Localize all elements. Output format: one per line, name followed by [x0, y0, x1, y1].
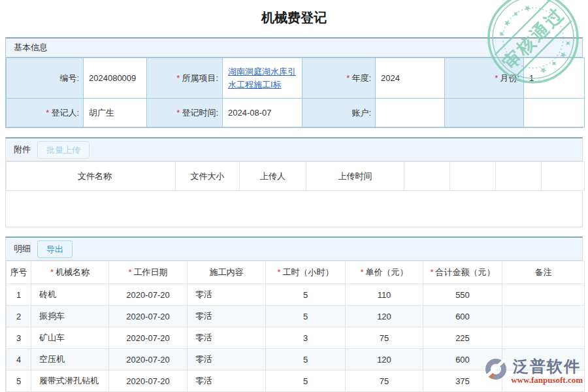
required-marker: *: [346, 73, 350, 83]
cell-work-content: 零活: [188, 370, 266, 392]
required-marker: *: [46, 108, 49, 118]
cell-machine-name: 矿山车: [31, 327, 109, 349]
cell-work-date: 2020-07-20: [109, 284, 188, 306]
col-empty: [496, 162, 542, 191]
field-value-project: 湖南洞庭湖水库引水工程施工I标: [223, 58, 302, 99]
machinery-fee-registration-page: 机械费登记 基本信息 编号: 2024080009 *所属项目: 湖南洞庭湖水库…: [0, 0, 588, 392]
cell-hours: 5: [266, 306, 346, 327]
field-label-account: 账户:: [302, 99, 376, 127]
required-marker: *: [360, 267, 363, 277]
cell-machine-name: 空压机: [31, 349, 109, 370]
cell-unit-price: 75: [346, 327, 423, 349]
field-label-year: *年度:: [302, 58, 376, 99]
cell-unit-price: 120: [346, 306, 423, 327]
field-label-project: *所属项目:: [147, 58, 223, 99]
cell-total-amount: 225: [423, 327, 502, 349]
attachments-header: 附件 批量上传: [6, 139, 582, 161]
required-marker: *: [430, 267, 433, 277]
cell-hours: 3: [266, 327, 346, 349]
col-hours: *工时（小时）: [266, 261, 346, 284]
form-row-2: *登记人: 胡广生 *登记时间: 2024-08-07 账户:: [7, 99, 585, 127]
cell-hours: 5: [266, 349, 346, 370]
cell-work-date: 2020-07-20: [109, 370, 188, 392]
cell-seq: 2: [7, 306, 31, 327]
col-machine-name: *机械名称: [31, 261, 109, 284]
table-row: 2 振捣车 2020-07-20 零活 5 120 600: [7, 306, 585, 327]
batch-upload-button[interactable]: 批量上传: [37, 141, 90, 159]
col-file-name: 文件名称: [7, 162, 176, 191]
field-value-year: 2024: [376, 58, 445, 99]
cell-total-amount: 550: [423, 284, 502, 306]
basic-info-panel: 基本信息 编号: 2024080009 *所属项目: 湖南洞庭湖水库引水工程施工…: [5, 37, 583, 128]
field-label-registrant: *登记人:: [7, 99, 84, 127]
col-empty: [450, 162, 496, 191]
cell-unit-price: 120: [346, 349, 423, 370]
cell-work-date: 2020-07-20: [109, 327, 188, 349]
required-marker: *: [50, 267, 54, 277]
cell-work-date: 2020-07-20: [109, 306, 188, 327]
cell-hours: 5: [266, 284, 346, 306]
cell-remarks: [502, 327, 585, 349]
col-upload-time: 上传时间: [306, 162, 404, 191]
required-marker: *: [495, 73, 498, 83]
fanpu-logo-icon: [483, 358, 508, 383]
cell-seq: 5: [7, 370, 31, 392]
table-row: 3 矿山车 2020-07-20 零活 3 75 225: [7, 327, 585, 349]
fanpu-logo-texts: 泛普软件 www.fanpusoft.com: [511, 358, 583, 385]
field-label-month: *月份:: [445, 58, 524, 99]
cell-seq: 4: [7, 349, 31, 370]
required-marker: *: [128, 267, 131, 277]
project-link[interactable]: 湖南洞庭湖水库引水工程施工I标: [228, 65, 302, 91]
details-header: 明细 导出: [6, 238, 582, 261]
brand-name: 泛普软件: [513, 358, 581, 375]
empty-label-cell: [445, 99, 524, 127]
col-uploader: 上传人: [240, 162, 306, 191]
required-marker: *: [176, 108, 180, 118]
required-marker: *: [277, 267, 280, 277]
cell-seq: 1: [7, 284, 31, 306]
cell-machine-name: 振捣车: [31, 306, 109, 327]
cell-work-content: 零活: [188, 284, 266, 306]
field-value-registrant: 胡广生: [84, 99, 147, 127]
field-label-reg-date: *登记时间:: [147, 99, 223, 127]
col-work-date: *工作日期: [109, 261, 188, 284]
col-remarks: 备注: [502, 261, 585, 284]
col-work-content: 施工内容: [188, 261, 266, 284]
basic-info-header: 基本信息: [6, 39, 582, 57]
cell-remarks: [502, 284, 585, 306]
cell-seq: 3: [7, 327, 31, 349]
cell-unit-price: 110: [346, 284, 423, 306]
attachments-empty-body: [6, 191, 582, 227]
basic-info-form-table: 编号: 2024080009 *所属项目: 湖南洞庭湖水库引水工程施工I标 *年…: [6, 57, 585, 127]
cell-machine-name: 履带式潜孔钻机: [31, 370, 109, 392]
basic-info-title: 基本信息: [14, 42, 48, 54]
attachments-table: 文件名称 文件大小 上传人 上传时间: [6, 161, 585, 191]
field-label-number: 编号:: [7, 58, 84, 99]
col-empty: [404, 162, 450, 191]
attachments-header-row: 文件名称 文件大小 上传人 上传时间: [7, 162, 585, 191]
page-title: 机械费登记: [0, 0, 588, 37]
cell-machine-name: 砖机: [31, 284, 109, 306]
fanpu-logo: 泛普软件 www.fanpusoft.com: [483, 358, 583, 385]
col-unit-price: *单价（元）: [346, 261, 423, 284]
export-button[interactable]: 导出: [37, 240, 73, 258]
form-row-1: 编号: 2024080009 *所属项目: 湖南洞庭湖水库引水工程施工I标 *年…: [7, 58, 585, 99]
cell-remarks: [502, 306, 585, 327]
empty-value-cell: [524, 99, 585, 127]
attachments-title: 附件: [14, 144, 31, 155]
cell-total-amount: 600: [423, 306, 502, 327]
col-empty: [542, 162, 585, 191]
cell-work-content: 零活: [188, 327, 266, 349]
field-value-number: 2024080009: [84, 58, 147, 99]
field-value-account: [376, 99, 445, 127]
cell-work-content: 零活: [188, 306, 266, 327]
details-title: 明细: [14, 243, 31, 255]
attachments-panel: 附件 批量上传 文件名称 文件大小 上传人 上传时间: [5, 137, 583, 227]
table-row: 1 砖机 2020-07-20 零活 5 110 550: [7, 284, 585, 306]
cell-unit-price: 75: [346, 370, 423, 392]
required-marker: *: [176, 73, 180, 83]
cell-work-content: 零活: [188, 349, 266, 370]
details-header-row: 序号 *机械名称 *工作日期 施工内容 *工时（小时） *单价（元） *合计金额…: [7, 261, 585, 284]
field-value-month: 1: [524, 58, 585, 99]
field-value-reg-date: 2024-08-07: [223, 99, 302, 127]
